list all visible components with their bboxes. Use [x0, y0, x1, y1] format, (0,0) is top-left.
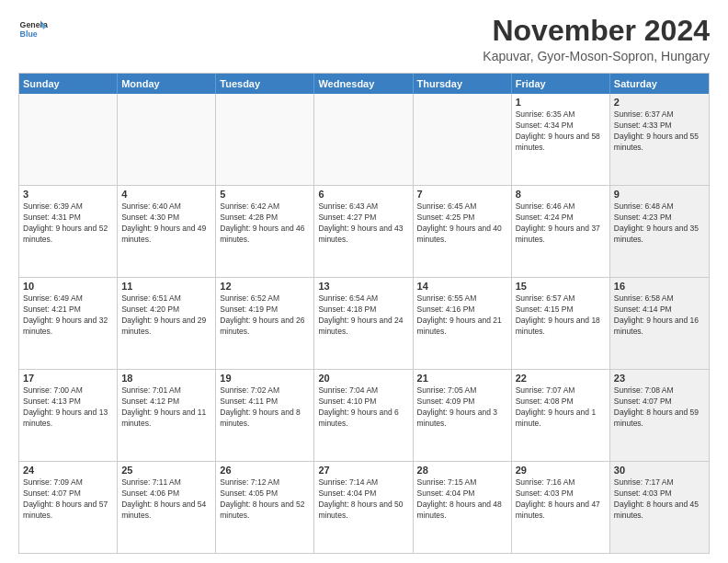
header-wednesday: Wednesday — [314, 74, 413, 94]
day-info-30: Sunrise: 7:17 AMSunset: 4:03 PMDaylight:… — [614, 477, 705, 522]
day-cell-1-0: 3Sunrise: 6:39 AMSunset: 4:31 PMDaylight… — [19, 186, 118, 277]
day-cell-0-5: 1Sunrise: 6:35 AMSunset: 4:34 PMDaylight… — [512, 94, 610, 185]
day-info-18: Sunrise: 7:01 AMSunset: 4:12 PMDaylight:… — [121, 385, 211, 430]
month-title: November 2024 — [483, 15, 710, 47]
day-info-14: Sunrise: 6:55 AMSunset: 4:16 PMDaylight:… — [417, 293, 507, 338]
day-info-19: Sunrise: 7:02 AMSunset: 4:11 PMDaylight:… — [220, 385, 310, 430]
day-cell-4-5: 29Sunrise: 7:16 AMSunset: 4:03 PMDayligh… — [512, 462, 610, 553]
day-number-13: 13 — [318, 281, 408, 292]
day-cell-3-5: 22Sunrise: 7:07 AMSunset: 4:08 PMDayligh… — [512, 370, 610, 461]
day-info-4: Sunrise: 6:40 AMSunset: 4:30 PMDaylight:… — [121, 201, 211, 246]
day-number-22: 22 — [516, 373, 606, 384]
day-info-23: Sunrise: 7:08 AMSunset: 4:07 PMDaylight:… — [614, 385, 705, 430]
day-cell-0-1 — [118, 94, 216, 185]
logo: General Blue — [18, 15, 48, 44]
day-number-7: 7 — [417, 189, 507, 200]
day-cell-3-4: 21Sunrise: 7:05 AMSunset: 4:09 PMDayligh… — [414, 370, 512, 461]
day-info-2: Sunrise: 6:37 AMSunset: 4:33 PMDaylight:… — [614, 109, 705, 154]
day-cell-0-0 — [19, 94, 118, 185]
week-row-0: 1Sunrise: 6:35 AMSunset: 4:34 PMDaylight… — [19, 94, 709, 185]
day-cell-3-6: 23Sunrise: 7:08 AMSunset: 4:07 PMDayligh… — [610, 370, 709, 461]
day-number-21: 21 — [417, 373, 507, 384]
day-cell-4-3: 27Sunrise: 7:14 AMSunset: 4:04 PMDayligh… — [314, 462, 413, 553]
day-cell-1-2: 5Sunrise: 6:42 AMSunset: 4:28 PMDaylight… — [216, 186, 314, 277]
day-number-26: 26 — [220, 465, 310, 476]
day-number-8: 8 — [516, 189, 606, 200]
header: General Blue November 2024 Kapuvar, Gyor… — [18, 15, 710, 63]
day-info-27: Sunrise: 7:14 AMSunset: 4:04 PMDaylight:… — [318, 477, 408, 522]
day-number-10: 10 — [23, 281, 113, 292]
day-info-24: Sunrise: 7:09 AMSunset: 4:07 PMDaylight:… — [23, 477, 113, 522]
day-number-2: 2 — [614, 97, 705, 108]
day-number-14: 14 — [417, 281, 507, 292]
generalblue-logo-icon: General Blue — [18, 15, 48, 44]
day-number-19: 19 — [220, 373, 310, 384]
day-number-30: 30 — [614, 465, 705, 476]
day-info-29: Sunrise: 7:16 AMSunset: 4:03 PMDaylight:… — [516, 477, 606, 522]
page: General Blue November 2024 Kapuvar, Gyor… — [0, 0, 728, 563]
calendar-header: Sunday Monday Tuesday Wednesday Thursday… — [19, 74, 709, 94]
week-row-1: 3Sunrise: 6:39 AMSunset: 4:31 PMDaylight… — [19, 185, 709, 277]
header-sunday: Sunday — [19, 74, 118, 94]
day-info-7: Sunrise: 6:45 AMSunset: 4:25 PMDaylight:… — [417, 201, 507, 246]
day-cell-1-5: 8Sunrise: 6:46 AMSunset: 4:24 PMDaylight… — [512, 186, 610, 277]
day-number-18: 18 — [121, 373, 211, 384]
day-cell-1-3: 6Sunrise: 6:43 AMSunset: 4:27 PMDaylight… — [314, 186, 413, 277]
day-info-6: Sunrise: 6:43 AMSunset: 4:27 PMDaylight:… — [318, 201, 408, 246]
day-number-20: 20 — [318, 373, 408, 384]
day-number-28: 28 — [417, 465, 507, 476]
day-info-11: Sunrise: 6:51 AMSunset: 4:20 PMDaylight:… — [121, 293, 211, 338]
day-number-5: 5 — [220, 189, 310, 200]
day-number-27: 27 — [318, 465, 408, 476]
location: Kapuvar, Gyor-Moson-Sopron, Hungary — [483, 49, 710, 63]
day-info-25: Sunrise: 7:11 AMSunset: 4:06 PMDaylight:… — [121, 477, 211, 522]
day-info-22: Sunrise: 7:07 AMSunset: 4:08 PMDaylight:… — [516, 385, 606, 430]
day-info-12: Sunrise: 6:52 AMSunset: 4:19 PMDaylight:… — [220, 293, 310, 338]
day-cell-1-6: 9Sunrise: 6:48 AMSunset: 4:23 PMDaylight… — [610, 186, 709, 277]
svg-text:Blue: Blue — [20, 29, 38, 39]
day-number-17: 17 — [23, 373, 113, 384]
week-row-4: 24Sunrise: 7:09 AMSunset: 4:07 PMDayligh… — [19, 461, 709, 553]
day-number-23: 23 — [614, 373, 705, 384]
day-info-15: Sunrise: 6:57 AMSunset: 4:15 PMDaylight:… — [516, 293, 606, 338]
day-cell-2-1: 11Sunrise: 6:51 AMSunset: 4:20 PMDayligh… — [118, 278, 216, 369]
day-cell-0-2 — [216, 94, 314, 185]
day-number-15: 15 — [516, 281, 606, 292]
day-info-17: Sunrise: 7:00 AMSunset: 4:13 PMDaylight:… — [23, 385, 113, 430]
day-number-24: 24 — [23, 465, 113, 476]
header-thursday: Thursday — [414, 74, 512, 94]
day-number-3: 3 — [23, 189, 113, 200]
day-cell-0-6: 2Sunrise: 6:37 AMSunset: 4:33 PMDaylight… — [610, 94, 709, 185]
day-cell-2-6: 16Sunrise: 6:58 AMSunset: 4:14 PMDayligh… — [610, 278, 709, 369]
day-number-1: 1 — [516, 97, 606, 108]
day-cell-0-4 — [414, 94, 512, 185]
day-cell-4-0: 24Sunrise: 7:09 AMSunset: 4:07 PMDayligh… — [19, 462, 118, 553]
day-cell-4-2: 26Sunrise: 7:12 AMSunset: 4:05 PMDayligh… — [216, 462, 314, 553]
day-cell-2-3: 13Sunrise: 6:54 AMSunset: 4:18 PMDayligh… — [314, 278, 413, 369]
day-number-9: 9 — [614, 189, 705, 200]
day-cell-4-6: 30Sunrise: 7:17 AMSunset: 4:03 PMDayligh… — [610, 462, 709, 553]
day-info-16: Sunrise: 6:58 AMSunset: 4:14 PMDaylight:… — [614, 293, 705, 338]
day-cell-3-1: 18Sunrise: 7:01 AMSunset: 4:12 PMDayligh… — [118, 370, 216, 461]
day-info-28: Sunrise: 7:15 AMSunset: 4:04 PMDaylight:… — [417, 477, 507, 522]
calendar-body: 1Sunrise: 6:35 AMSunset: 4:34 PMDaylight… — [19, 94, 709, 553]
day-info-5: Sunrise: 6:42 AMSunset: 4:28 PMDaylight:… — [220, 201, 310, 246]
day-number-12: 12 — [220, 281, 310, 292]
day-number-6: 6 — [318, 189, 408, 200]
day-info-21: Sunrise: 7:05 AMSunset: 4:09 PMDaylight:… — [417, 385, 507, 430]
day-info-20: Sunrise: 7:04 AMSunset: 4:10 PMDaylight:… — [318, 385, 408, 430]
week-row-3: 17Sunrise: 7:00 AMSunset: 4:13 PMDayligh… — [19, 369, 709, 461]
day-info-3: Sunrise: 6:39 AMSunset: 4:31 PMDaylight:… — [23, 201, 113, 246]
day-info-10: Sunrise: 6:49 AMSunset: 4:21 PMDaylight:… — [23, 293, 113, 338]
calendar: Sunday Monday Tuesday Wednesday Thursday… — [18, 73, 710, 554]
day-info-1: Sunrise: 6:35 AMSunset: 4:34 PMDaylight:… — [516, 109, 606, 154]
day-cell-1-1: 4Sunrise: 6:40 AMSunset: 4:30 PMDaylight… — [118, 186, 216, 277]
day-cell-3-2: 19Sunrise: 7:02 AMSunset: 4:11 PMDayligh… — [216, 370, 314, 461]
day-number-4: 4 — [121, 189, 211, 200]
day-number-11: 11 — [121, 281, 211, 292]
day-cell-3-3: 20Sunrise: 7:04 AMSunset: 4:10 PMDayligh… — [314, 370, 413, 461]
header-tuesday: Tuesday — [216, 74, 314, 94]
day-info-26: Sunrise: 7:12 AMSunset: 4:05 PMDaylight:… — [220, 477, 310, 522]
title-block: November 2024 Kapuvar, Gyor-Moson-Sopron… — [483, 15, 710, 63]
header-saturday: Saturday — [610, 74, 709, 94]
